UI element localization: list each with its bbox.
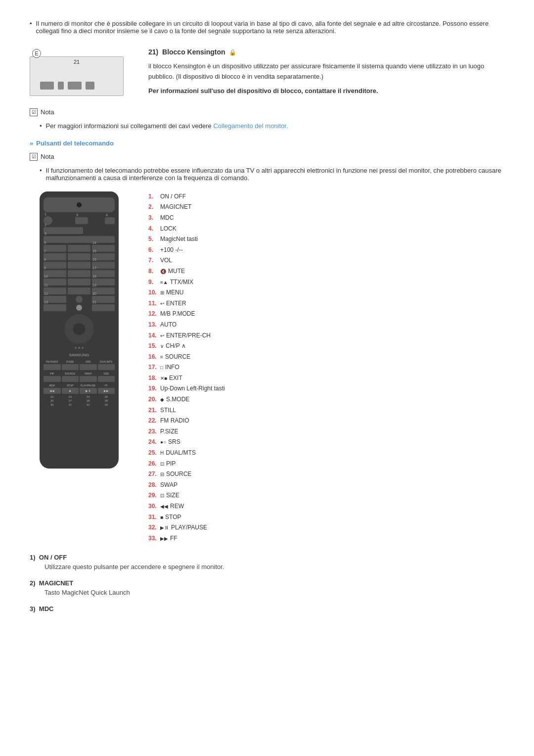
- btn-x3[interactable]: [68, 262, 90, 269]
- btn-2[interactable]: [44, 227, 83, 234]
- desc-num-3: 3) MDC: [30, 605, 504, 613]
- remote-list-item-32: 32.▶⏸PLAY/PAUSE: [148, 522, 504, 533]
- lbl-17: 17: [92, 266, 96, 270]
- remote-list-item-12: 12.M/B P.MODE: [148, 309, 504, 320]
- note2-bullet-dot: •: [40, 167, 42, 174]
- arrow-icon: »: [30, 140, 33, 147]
- btn-8[interactable]: [44, 262, 66, 269]
- btn-x2[interactable]: [68, 253, 90, 260]
- remote-list-item-2: 2.MAGICNET: [148, 202, 504, 213]
- btn-21[interactable]: [92, 304, 115, 311]
- note-label-1: Nota: [41, 108, 54, 116]
- btn-color1[interactable]: [76, 296, 83, 303]
- remote-list-item-7: 7.VOL: [148, 255, 504, 266]
- btn-4-container: 4: [105, 217, 115, 224]
- btn-6-c: 6: [44, 245, 66, 252]
- btn-x6[interactable]: [68, 287, 90, 294]
- note-icon-2: ☑: [30, 153, 38, 161]
- remote-list-item-16: 16.≡SOURCE: [148, 352, 504, 363]
- num-29: 29: [98, 399, 115, 402]
- dot3: [82, 347, 84, 349]
- note1-bullet-dot: •: [40, 122, 42, 130]
- note1-bullet: • Per maggiori informazioni sui collegam…: [40, 122, 504, 130]
- btn-color2[interactable]: [76, 305, 82, 311]
- label-psize: P.SIZE: [62, 360, 79, 363]
- btn-30[interactable]: ◀◀: [44, 388, 61, 394]
- kensington-section: E 21 21) Blocco Kensington 🔒 il blocco K…: [30, 47, 504, 96]
- btn-1-label: 1: [44, 212, 46, 216]
- note-box-2: ☑ Nota: [30, 153, 504, 161]
- btn-27[interactable]: [62, 376, 79, 382]
- remote-list-item-23: 23.P.SIZE: [148, 426, 504, 437]
- btn-13[interactable]: [44, 304, 66, 311]
- btn-6[interactable]: [44, 245, 66, 252]
- lbl-21: 21: [92, 300, 96, 304]
- btn-4[interactable]: [105, 217, 115, 224]
- num-30: 30: [44, 403, 61, 406]
- btn-8-c: 8: [44, 262, 66, 269]
- remote-list-item-27: 27.⊟SOURCE: [148, 469, 504, 480]
- lbl-20: 20: [92, 292, 96, 295]
- btn-29[interactable]: [98, 376, 115, 382]
- bullet-dot: •: [30, 20, 32, 27]
- port-block-3: [68, 82, 82, 90]
- description-item-1: 1) ON / OFF Utilizzare questo pulsante p…: [30, 554, 504, 572]
- btn-31[interactable]: ■: [62, 388, 79, 394]
- remote-nav-center[interactable]: [73, 323, 85, 335]
- remote-list-item-18: 18.✕■EXIT: [148, 373, 504, 384]
- remote-list-item-3: 3.MDC: [148, 213, 504, 224]
- kensington-bold: Per informazioni sull'uso del dispositiv…: [148, 86, 504, 96]
- btn-5[interactable]: [44, 236, 115, 243]
- note-label-2: Nota: [41, 153, 54, 160]
- monitor-ports: [40, 82, 94, 90]
- btn-x1[interactable]: [68, 245, 90, 252]
- btn-3-container: 3: [75, 217, 88, 224]
- btn-25[interactable]: [98, 364, 115, 370]
- bottom-label-grid-3: REW STOP PLAY/PAUSE FF: [44, 384, 115, 387]
- btn-23[interactable]: [62, 364, 79, 370]
- remote-list-item-9: 9.≡▲TTX/MIX: [148, 277, 504, 288]
- btn-x4[interactable]: [68, 270, 90, 277]
- label-fm: FM RADIO: [44, 360, 61, 363]
- monitor-image: E 21: [30, 56, 124, 96]
- remote-list-item-11: 11.↩ENTER: [148, 298, 504, 309]
- remote-sensor: [77, 202, 82, 207]
- label-play: PLAY/PAUSE: [80, 384, 97, 387]
- remote-dots: [44, 347, 115, 349]
- remote-list-item-10: 10.⊞MENU: [148, 287, 504, 298]
- desc-text-2: Tasto MagicNet Quick Launch: [44, 588, 504, 598]
- lbl-11: 11: [44, 284, 48, 287]
- kensington-title: 21) Blocco Kensington 🔒: [148, 47, 504, 57]
- desc-num-2: 2) MAGICNET: [30, 579, 504, 587]
- remote-nav-ring[interactable]: [64, 314, 94, 344]
- remote-list-item-5: 5.MagicNet tasti: [148, 234, 504, 245]
- btn-5-label: 5: [44, 232, 46, 236]
- remote-list-item-14: 14.↩ENTER/PRE-CH: [148, 331, 504, 341]
- btn-x5[interactable]: [68, 279, 90, 285]
- collegamento-link[interactable]: Collegamento del monitor.: [213, 122, 288, 130]
- bottom-btn-grid-3: ◀◀ ■ ▶⏸ ▶▶: [44, 388, 115, 394]
- lbl-18: 18: [92, 275, 96, 278]
- btn-32[interactable]: ▶⏸: [80, 388, 97, 394]
- btn-33[interactable]: ▶▶: [98, 388, 115, 394]
- btn-7-c: 7: [44, 253, 66, 260]
- dot2: [78, 347, 80, 349]
- btn-22[interactable]: [44, 364, 61, 370]
- btn-3[interactable]: [75, 217, 88, 224]
- bottom-btn-grid-1: [44, 364, 115, 370]
- num-26: 26: [44, 399, 61, 402]
- btn-26[interactable]: [44, 376, 61, 382]
- bottom-label-grid-2: PIP SOURCE SWAP SIZE: [44, 372, 115, 375]
- remote-list-item-6: 6.+100 -/--: [148, 245, 504, 256]
- label-dual: DUAL/MTS: [98, 360, 115, 363]
- section-title: Pulsanti del telecomando: [36, 140, 114, 147]
- port-block-4: [86, 82, 94, 90]
- btn-24[interactable]: [80, 364, 97, 370]
- btn-7[interactable]: [44, 253, 66, 260]
- lbl-13: 13: [44, 300, 48, 304]
- monitor-number: 21: [74, 59, 80, 65]
- note-icon-1: ☑: [30, 108, 38, 116]
- btn-28[interactable]: [80, 376, 97, 382]
- kensington-icon: 🔒: [229, 49, 236, 56]
- lbl-19: 19: [92, 284, 96, 287]
